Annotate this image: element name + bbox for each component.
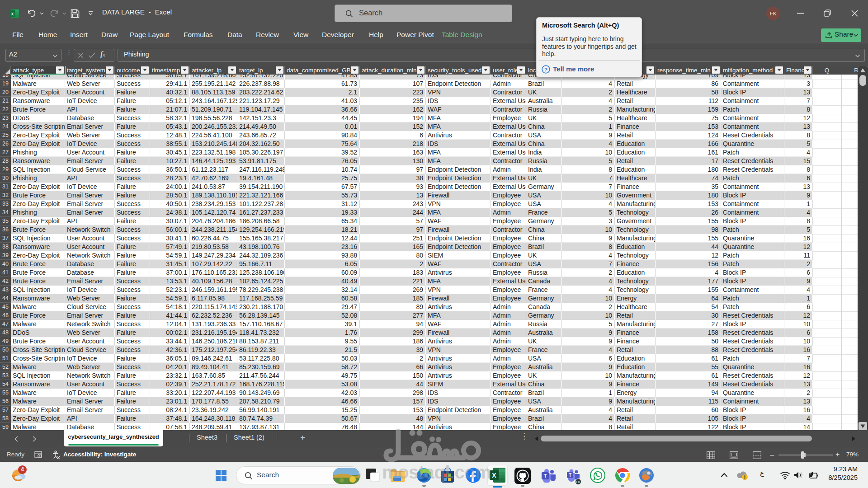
svg-text:T: T [569, 473, 571, 478]
svg-text:?: ? [544, 67, 547, 72]
svg-text:X: X [492, 472, 496, 479]
svg-text:x: x [11, 11, 14, 16]
svg-text:T: T [544, 473, 547, 479]
